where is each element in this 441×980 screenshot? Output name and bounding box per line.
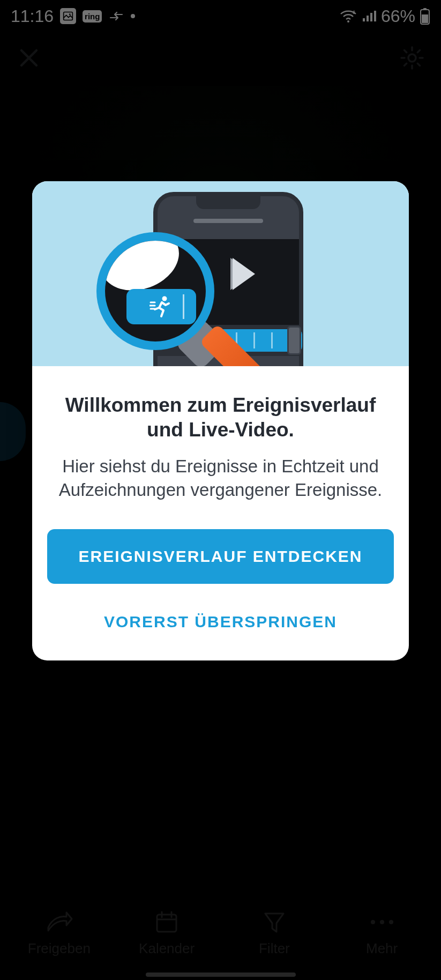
svg-point-16 bbox=[162, 296, 167, 301]
modal-description: Hier siehst du Ereignisse in Echtzeit un… bbox=[54, 455, 387, 502]
motion-runner-icon bbox=[150, 295, 173, 318]
play-icon bbox=[233, 258, 255, 290]
modal-illustration bbox=[32, 181, 409, 366]
welcome-modal: Willkommen zum Ereignisverlauf und Live-… bbox=[32, 181, 409, 660]
discover-event-history-button[interactable]: EREIGNISVERLAUF ENTDECKEN bbox=[47, 529, 394, 584]
magnifier-icon bbox=[96, 232, 214, 350]
skip-for-now-button[interactable]: VORERST ÜBERSPRINGEN bbox=[47, 595, 394, 631]
modal-title: Willkommen zum Ereignisverlauf und Live-… bbox=[54, 393, 387, 443]
